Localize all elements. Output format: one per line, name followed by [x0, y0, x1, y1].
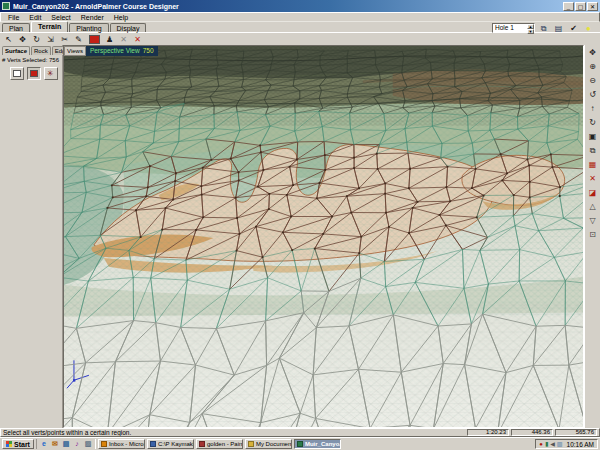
task-inbox-icon: [101, 441, 107, 447]
flag-red-icon[interactable]: ◪: [586, 186, 599, 199]
select-icon[interactable]: ↖: [2, 34, 15, 45]
verts-selected-label: # Verts Selected: 756: [2, 57, 62, 63]
menu-file[interactable]: File: [3, 14, 24, 21]
task-paint[interactable]: golden - Paint: [196, 439, 243, 449]
texture-red-button[interactable]: [27, 67, 41, 80]
viewport[interactable]: Views Perspective View750: [63, 45, 584, 428]
texture-buttons: ✳: [2, 67, 62, 80]
ql-media-icon[interactable]: ♪: [72, 439, 82, 449]
cut-red-icon[interactable]: ✕: [586, 172, 599, 185]
application-window: Muir_Canyon202 - ArnoldPalmer Course Des…: [0, 0, 600, 450]
camera-icon[interactable]: ▣: [586, 130, 599, 143]
status-cell-2: 446.36: [511, 429, 553, 436]
status-message: Select all verts/points within a certain…: [3, 429, 465, 436]
task-buttons: Inbox - Micros...C:\P Kaymaklsgolden - P…: [98, 439, 341, 449]
task-inbox-label: Inbox - Micros...: [109, 441, 145, 447]
task-designer-label: Muir_Canyo...: [305, 441, 341, 447]
apply-check-icon[interactable]: ✔: [567, 23, 580, 34]
tray-network-icon[interactable]: ▮: [545, 440, 548, 448]
maximize-button[interactable]: ▢: [575, 2, 586, 11]
app-icon: [2, 2, 10, 10]
window-title: Muir_Canyon202 - ArnoldPalmer Course Des…: [13, 3, 562, 10]
task-inbox[interactable]: Inbox - Micros...: [98, 439, 145, 449]
hole-spinner[interactable]: ▲▼: [527, 24, 534, 32]
left-tab-surface[interactable]: Surface: [2, 46, 30, 55]
view-toolbar: ✥⊕⊖↺↑↻▣⧉▦✕◪△▽⊡: [584, 45, 600, 428]
delete-icon[interactable]: ✕: [117, 34, 130, 45]
lower-icon[interactable]: ▽: [586, 214, 599, 227]
texture-red-button-swatch: [30, 70, 38, 77]
task-documents-label: My Documents: [256, 441, 292, 447]
draw-icon[interactable]: ✎: [72, 34, 85, 45]
viewport-tab-extra: 750: [143, 47, 154, 54]
texture-none-button-swatch: [13, 70, 21, 77]
viewport-tab[interactable]: Perspective View750: [86, 46, 158, 56]
task-designer-icon: [297, 441, 303, 447]
start-button[interactable]: Start: [2, 439, 34, 449]
zoom-in-icon[interactable]: ⊕: [586, 60, 599, 73]
raise-icon[interactable]: △: [586, 200, 599, 213]
menu-bar: FileEditSelectRenderHelp: [0, 12, 600, 22]
ql-mail-icon[interactable]: ✉: [50, 439, 60, 449]
scale-icon[interactable]: ⇲: [44, 34, 57, 45]
lock-icon[interactable]: ⊡: [586, 228, 599, 241]
viewport-header: Views Perspective View750: [64, 46, 158, 56]
color-swatch[interactable]: [89, 35, 100, 44]
menu-render[interactable]: Render: [76, 14, 109, 21]
status-bar: Select all verts/points within a certain…: [0, 428, 600, 437]
status-cells: 1:20.23446.36565.76: [467, 429, 597, 436]
task-explorer[interactable]: C:\P Kaymakls: [147, 439, 194, 449]
windows-flag-icon: [6, 441, 12, 447]
layers-icon[interactable]: ▤: [552, 23, 565, 34]
texture-pattern-button[interactable]: ✳: [44, 67, 58, 80]
close-button[interactable]: ✕: [587, 2, 598, 11]
ql-browser-icon[interactable]: e: [39, 439, 49, 449]
title-bar[interactable]: Muir_Canyon202 - ArnoldPalmer Course Des…: [0, 0, 600, 12]
start-label: Start: [14, 441, 30, 448]
task-documents[interactable]: My Documents: [245, 439, 292, 449]
hole-selector-group: Hole 1 ▲▼ ⧉▤✔●: [492, 22, 596, 34]
layers-view-icon[interactable]: ⧉: [586, 144, 599, 157]
cut-icon[interactable]: ✂: [58, 34, 71, 45]
hole-selector[interactable]: Hole 1 ▲▼: [492, 23, 535, 33]
texture-pattern-button-swatch: ✳: [47, 70, 55, 77]
rotate-view-icon[interactable]: ↻: [586, 116, 599, 129]
minimize-button[interactable]: _: [563, 2, 574, 11]
taskbar: Start e✉▤♪▨ Inbox - Micros...C:\P Kaymak…: [0, 437, 600, 450]
pan-icon[interactable]: ✥: [586, 46, 599, 59]
left-tab-rock[interactable]: Rock: [31, 46, 51, 55]
task-explorer-icon: [150, 441, 156, 447]
tab-planting[interactable]: Planting: [69, 23, 108, 32]
window-controls: _▢✕: [562, 2, 598, 11]
menu-help[interactable]: Help: [109, 14, 133, 21]
tab-display[interactable]: Display: [110, 23, 147, 32]
light-icon[interactable]: ●: [582, 23, 595, 34]
tab-plan[interactable]: Plan: [2, 23, 30, 32]
copy-view-icon[interactable]: ⧉: [537, 23, 550, 34]
views-label: Views: [64, 46, 86, 56]
rotate-icon[interactable]: ↻: [30, 34, 43, 45]
tab-terrain[interactable]: Terrain: [31, 21, 68, 32]
spin-down-icon[interactable]: ▼: [527, 29, 534, 34]
move-icon[interactable]: ✥: [16, 34, 29, 45]
zoom-out-icon[interactable]: ⊖: [586, 74, 599, 87]
delete-all-icon[interactable]: ✕: [131, 34, 144, 45]
task-designer[interactable]: Muir_Canyo...: [294, 439, 341, 449]
orbit-icon[interactable]: ↺: [586, 88, 599, 101]
menu-edit[interactable]: Edit: [24, 14, 46, 21]
walk-icon[interactable]: ↑: [586, 102, 599, 115]
mesh-red-icon[interactable]: ▦: [586, 158, 599, 171]
flag-icon[interactable]: ♟: [103, 34, 116, 45]
tray-volume-icon[interactable]: ◀: [550, 440, 555, 448]
ql-desktop-icon[interactable]: ▤: [61, 439, 71, 449]
menu-select[interactable]: Select: [46, 14, 75, 21]
task-paint-icon: [199, 441, 205, 447]
tray-display-icon[interactable]: ▥: [557, 440, 563, 448]
terrain-3d-view[interactable]: [64, 46, 583, 427]
left-panel-tabs: SurfaceRockEdge: [2, 46, 62, 55]
texture-none-button[interactable]: [10, 67, 24, 80]
task-explorer-label: C:\P Kaymakls: [158, 441, 194, 447]
ql-folder-icon[interactable]: ▨: [83, 439, 93, 449]
taskbar-clock: 10:16 AM: [565, 441, 594, 448]
tray-app-icon[interactable]: ●: [539, 440, 543, 448]
